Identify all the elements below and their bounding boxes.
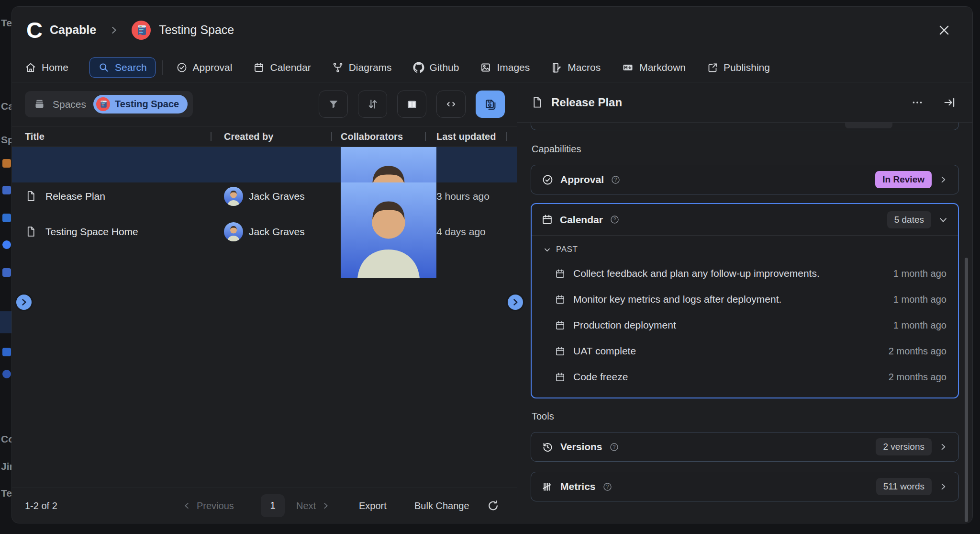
metrics-label: Metrics (560, 481, 596, 492)
github-icon (413, 62, 424, 73)
nav-divider (162, 60, 163, 75)
background-app-icon (2, 240, 11, 249)
markdown-icon (622, 62, 634, 73)
calendar-card-header[interactable]: Calendar ? 5 dates (532, 204, 958, 236)
background-app-icon (2, 159, 11, 168)
calendar-icon (555, 372, 566, 383)
background-app-icon (2, 348, 11, 356)
column-divider (331, 132, 332, 141)
nav-item-diagrams[interactable]: Diagrams (332, 62, 392, 73)
versions-count-badge: 2 versions (876, 438, 932, 455)
collapse-right-icon (943, 96, 956, 109)
nav-item-images[interactable]: Images (480, 62, 530, 73)
breadcrumb-space-name: Testing Space (159, 23, 234, 37)
nav-item-markdown[interactable]: Markdown (622, 62, 686, 73)
calendar-icon (555, 268, 566, 279)
versions-card[interactable]: Versions ? 2 versions (531, 432, 959, 462)
column-header-created-by[interactable]: Created by (224, 131, 341, 142)
chevron-down-icon (938, 215, 948, 225)
table-row[interactable]: Testing Space Home Jack Graves 4 days ag… (12, 182, 517, 218)
svg-text:?: ? (606, 484, 609, 489)
metrics-card[interactable]: Metrics ? 511 words (531, 472, 959, 501)
results-toolbar (319, 91, 505, 118)
calendar-event[interactable]: Collect feedback and plan any follow-up … (543, 261, 947, 286)
help-icon[interactable]: ? (602, 482, 612, 492)
spaces-icon (33, 98, 45, 110)
table-row[interactable]: Release Plan Jack Graves 3 hours ago (12, 147, 517, 182)
screen: Te Ca Sp Co Jir Te C Capable (0, 0, 980, 534)
capable-logo: C (26, 19, 42, 41)
background-app-icon (2, 370, 11, 378)
nav-item-github[interactable]: Github (413, 62, 459, 73)
more-actions-button[interactable] (910, 95, 924, 110)
scrolled-card-edge (531, 123, 959, 130)
diagram-branch-icon (332, 62, 344, 73)
selected-space-chip[interactable]: Testing Space (93, 95, 188, 114)
chevron-left-icon (182, 501, 191, 510)
collapse-panel-button[interactable] (942, 95, 957, 110)
chevron-right-icon (511, 297, 520, 307)
column-label: Title (25, 131, 45, 142)
approval-label: Approval (560, 174, 604, 185)
column-header-collaborators[interactable]: Collaborators (341, 131, 436, 142)
column-header-last-updated[interactable]: Last updated (436, 131, 504, 142)
nav-item-calendar[interactable]: Calendar (253, 62, 311, 73)
calendar-event[interactable]: Monitor key metrics and logs after deplo… (543, 286, 947, 312)
scrollbar-thumb[interactable] (965, 258, 968, 522)
page-number-button[interactable]: 1 (261, 494, 285, 517)
capabilities-section-label: Capabilities (532, 144, 959, 155)
export-button[interactable]: Export (359, 500, 387, 511)
nav-item-publishing[interactable]: Publishing (707, 62, 770, 73)
expand-left-button[interactable] (15, 293, 33, 311)
breadcrumb-chevron-icon (109, 25, 119, 35)
nav-item-search[interactable]: Search (89, 57, 156, 78)
spaces-filter[interactable]: Spaces Testing Space (25, 91, 193, 117)
history-icon (542, 441, 554, 453)
sort-button[interactable] (358, 91, 387, 118)
calendar-event[interactable]: UAT complete 2 months ago (543, 338, 947, 364)
approval-card[interactable]: Approval ? In Review (531, 165, 959, 194)
result-range: 1-2 of 2 (25, 500, 57, 511)
help-icon[interactable]: ? (611, 175, 621, 185)
bulk-change-button[interactable]: Bulk Change (414, 500, 469, 511)
previous-page-button[interactable]: Previous (182, 500, 234, 511)
search-icon (98, 62, 110, 73)
nav-item-macros[interactable]: Macros (551, 62, 601, 73)
saved-views-button[interactable] (476, 91, 505, 118)
code-view-button[interactable] (436, 91, 466, 118)
nav-item-approval[interactable]: Approval (176, 62, 233, 73)
nav-item-home[interactable]: Home (25, 62, 68, 73)
code-icon (445, 98, 457, 111)
background-app-icon (2, 268, 11, 277)
past-group-toggle[interactable]: PAST (543, 239, 947, 261)
spaces-filter-label: Spaces (53, 99, 86, 110)
event-time: 2 months ago (889, 372, 947, 383)
chevron-right-icon (321, 501, 330, 510)
column-divider (211, 132, 212, 141)
nav-item-label: Macros (568, 62, 601, 73)
columns-button[interactable] (397, 91, 426, 118)
scrolled-card-badge (845, 123, 892, 128)
expand-panel-button[interactable] (506, 293, 524, 311)
help-icon[interactable]: ? (609, 442, 619, 452)
event-title: Code freeze (573, 371, 628, 383)
close-button[interactable] (935, 21, 953, 39)
home-icon (25, 62, 36, 73)
calendar-event[interactable]: Code freeze 2 months ago (543, 364, 947, 390)
event-time: 1 month ago (893, 294, 947, 305)
svg-text:?: ? (614, 177, 617, 182)
next-page-button[interactable]: Next (296, 500, 330, 511)
past-group-label: PAST (556, 245, 578, 254)
refresh-icon (487, 499, 500, 512)
svg-text:?: ? (612, 444, 615, 450)
column-header-title[interactable]: Title (25, 131, 224, 142)
filter-button[interactable] (319, 91, 348, 118)
help-icon[interactable]: ? (610, 215, 620, 225)
calendar-event[interactable]: Production deployment 1 month ago (543, 312, 947, 338)
publish-icon (707, 62, 718, 73)
event-title: Collect feedback and plan any follow-up … (573, 268, 820, 279)
column-divider (506, 132, 507, 141)
column-divider (425, 132, 426, 141)
refresh-button[interactable] (487, 499, 500, 512)
search-modal: C Capable Testing Space (12, 7, 972, 523)
